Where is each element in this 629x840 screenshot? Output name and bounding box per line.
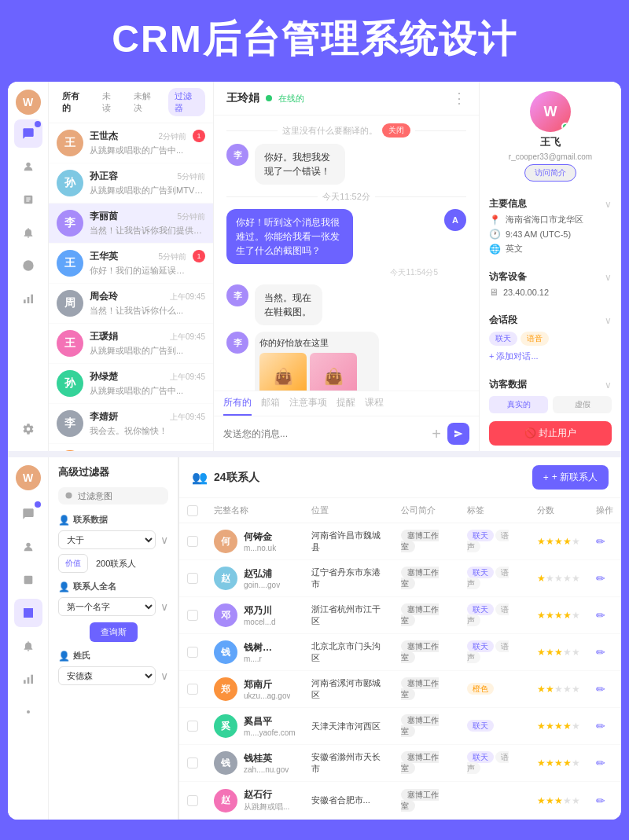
chat-list-item[interactable]: 吴 吴诗琪 上午09:45 从跳舞或唱歌的广告中... bbox=[49, 444, 213, 451]
edit-icon[interactable]: ✏ bbox=[596, 646, 605, 658]
filter-search-input[interactable] bbox=[78, 491, 162, 501]
tab-unresolved[interactable]: 未解决 bbox=[128, 88, 164, 116]
sidebar-icon-settings[interactable] bbox=[14, 415, 42, 443]
chat-list-item[interactable]: 王 王世杰 2分钟前 从跳舞或唱歌的广告中... 1 bbox=[49, 123, 213, 163]
crm-icon-table[interactable] bbox=[14, 599, 42, 627]
session-chevron[interactable]: ∨ bbox=[605, 315, 612, 326]
expand-icon[interactable]: ∨ bbox=[160, 534, 168, 546]
tab-reminder[interactable]: 提醒 bbox=[337, 396, 355, 416]
col-name[interactable]: 完整名称 bbox=[206, 498, 303, 523]
select-all-checkbox[interactable] bbox=[187, 505, 198, 516]
row-company-cell: 塞博工作室 bbox=[393, 560, 460, 597]
edit-icon[interactable]: ✏ bbox=[596, 757, 605, 769]
contact-tag[interactable]: 联天 bbox=[467, 640, 494, 652]
edit-icon[interactable]: ✏ bbox=[596, 794, 605, 807]
new-contact-btn[interactable]: + + 新联系人 bbox=[532, 465, 609, 490]
row-checkbox[interactable] bbox=[187, 795, 198, 806]
chat-sidebar-icons: W ? bbox=[8, 82, 49, 451]
chat-list-item[interactable]: 周 周会玲 上午09:45 当然！让我告诉你什么... bbox=[49, 284, 213, 324]
contact-tag[interactable]: 联天 bbox=[467, 567, 494, 578]
tag-voice[interactable]: 语音 bbox=[520, 332, 549, 346]
ban-user-btn[interactable]: 🚫 封止用户 bbox=[489, 421, 612, 446]
lastname-select[interactable]: 安德森 bbox=[58, 666, 156, 685]
edit-icon[interactable]: ✏ bbox=[596, 572, 605, 585]
contact-avatar: 何 bbox=[214, 530, 237, 553]
firstname-chevron[interactable]: ∨ bbox=[160, 600, 168, 613]
contact-cell: 赵 赵弘浦 goin....gov bbox=[214, 567, 296, 590]
add-conversation-btn[interactable]: + 添加对话... bbox=[489, 350, 612, 362]
tab-all-msg[interactable]: 所有的 bbox=[223, 396, 252, 416]
user-avatar[interactable]: W bbox=[16, 90, 41, 115]
chat-main: 王玲娟 在线的 ⋮ 这里没有什么要翻译的。 关闭 李 你好。我想我发现了一个错误… bbox=[214, 82, 480, 451]
chat-list-item[interactable]: 孙 孙绿楚 上午09:45 从跳舞或唱歌的广告中... bbox=[49, 364, 213, 404]
edit-icon[interactable]: ✏ bbox=[596, 609, 605, 622]
tab-notes[interactable]: 注意事项 bbox=[289, 396, 327, 416]
crm-icon-list[interactable] bbox=[14, 566, 42, 594]
crm-icon-bell[interactable] bbox=[14, 632, 42, 660]
col-company[interactable]: 公司简介 bbox=[393, 498, 460, 523]
chat-list-item[interactable]: 孙 孙正容 5分钟前 从跳舞或唱歌的广告到MTV的广告、在线... bbox=[49, 163, 213, 204]
crm-user-avatar[interactable]: W bbox=[16, 465, 41, 490]
device-chevron[interactable]: ∨ bbox=[605, 272, 612, 283]
crm-icon-chat[interactable] bbox=[14, 500, 42, 528]
visit-intro-btn[interactable]: 访问简介 bbox=[524, 164, 576, 182]
more-options-icon[interactable]: ⋮ bbox=[452, 90, 466, 107]
sidebar-icon-bell[interactable] bbox=[14, 218, 42, 247]
crm-icon-chart[interactable] bbox=[14, 665, 42, 693]
lastname-chevron[interactable]: ∨ bbox=[160, 669, 168, 682]
col-location[interactable]: 位置 bbox=[303, 498, 393, 523]
crm-icon-contacts[interactable] bbox=[14, 533, 42, 561]
tab-email[interactable]: 邮箱 bbox=[261, 396, 280, 416]
fake-data-btn[interactable]: 虚假 bbox=[553, 396, 612, 413]
contact-tag[interactable]: 联天 bbox=[467, 720, 494, 732]
tab-course[interactable]: 课程 bbox=[365, 396, 384, 416]
message-time: 今天11:54分5 bbox=[226, 267, 438, 278]
row-checkbox[interactable] bbox=[187, 684, 198, 695]
edit-icon[interactable]: ✏ bbox=[596, 683, 605, 695]
query-btn[interactable]: 查询斯 bbox=[90, 622, 138, 642]
edit-icon[interactable]: ✏ bbox=[596, 535, 605, 548]
add-attachment-btn[interactable]: + bbox=[432, 425, 441, 443]
send-message-btn[interactable] bbox=[447, 423, 469, 445]
chat-list-item[interactable]: 李 李丽茵 5分钟前 当然！让我告诉你我们提供什么😊 bbox=[49, 204, 213, 244]
chat-list-item[interactable]: 王 王瑗娟 上午09:45 从跳舞或唱歌的广告到... bbox=[49, 324, 213, 364]
real-data-btn[interactable]: 真实的 bbox=[489, 396, 548, 413]
contact-tag[interactable]: 橙色 bbox=[467, 683, 494, 695]
operator-select[interactable]: 大于 小于 等于 bbox=[58, 530, 156, 549]
tag-chat[interactable]: 联天 bbox=[489, 332, 517, 346]
contact-tag[interactable]: 联天 bbox=[467, 530, 494, 541]
contact-tag[interactable]: 联天 bbox=[467, 751, 494, 763]
star-empty: ★ bbox=[572, 573, 580, 584]
row-checkbox[interactable] bbox=[187, 721, 198, 732]
row-checkbox[interactable] bbox=[187, 647, 198, 658]
close-translate-btn[interactable]: 关闭 bbox=[382, 123, 410, 138]
visitor-data-chevron[interactable]: ∨ bbox=[605, 380, 612, 391]
row-checkbox[interactable] bbox=[187, 757, 198, 768]
firstname-select[interactable]: 第一个名字 bbox=[58, 597, 156, 616]
sidebar-icon-chart[interactable] bbox=[14, 284, 42, 313]
tab-unread[interactable]: 未读 bbox=[97, 88, 124, 116]
col-score[interactable]: 分数 bbox=[529, 498, 588, 523]
sidebar-icon-contacts[interactable] bbox=[14, 152, 42, 181]
contact-tag[interactable]: 联天 bbox=[467, 603, 494, 615]
message-input[interactable] bbox=[223, 428, 425, 439]
sidebar-icon-chat[interactable] bbox=[14, 119, 42, 148]
contact-profile: W 王飞 r_cooper33@gmail.com 访问简介 bbox=[489, 91, 612, 182]
crm-table-header: 👥 24联系人 + + 新联系人 bbox=[179, 457, 621, 498]
sidebar-icon-question[interactable]: ? bbox=[14, 251, 42, 280]
visitor-data-section: 访客数据 ∨ 真实的 虚假 bbox=[489, 378, 612, 413]
crm-icon-settings[interactable] bbox=[14, 698, 42, 726]
sidebar-icon-docs[interactable] bbox=[14, 185, 42, 214]
col-tags[interactable]: 标签 bbox=[459, 498, 529, 523]
chat-list-item[interactable]: 李 李婧妍 上午09:45 我会去。祝你愉快！ bbox=[49, 404, 213, 444]
row-checkbox[interactable] bbox=[187, 573, 198, 584]
star-empty: ★ bbox=[554, 573, 563, 584]
table-row: 赵 赵弘浦 goin....gov 辽宁省丹东市东港市 塞博工作室 联天语声 ★… bbox=[179, 560, 621, 597]
row-checkbox[interactable] bbox=[187, 610, 198, 621]
filter-btn[interactable]: 过滤器 bbox=[168, 88, 205, 116]
edit-icon[interactable]: ✏ bbox=[596, 720, 605, 732]
row-checkbox[interactable] bbox=[187, 536, 198, 547]
chat-list-item[interactable]: 王 王华英 5分钟前 你好！我们的运输延误在teo到三天之前。 1 bbox=[49, 244, 213, 284]
tab-all[interactable]: 所有的 bbox=[57, 88, 92, 116]
main-info-chevron[interactable]: ∨ bbox=[605, 199, 612, 210]
